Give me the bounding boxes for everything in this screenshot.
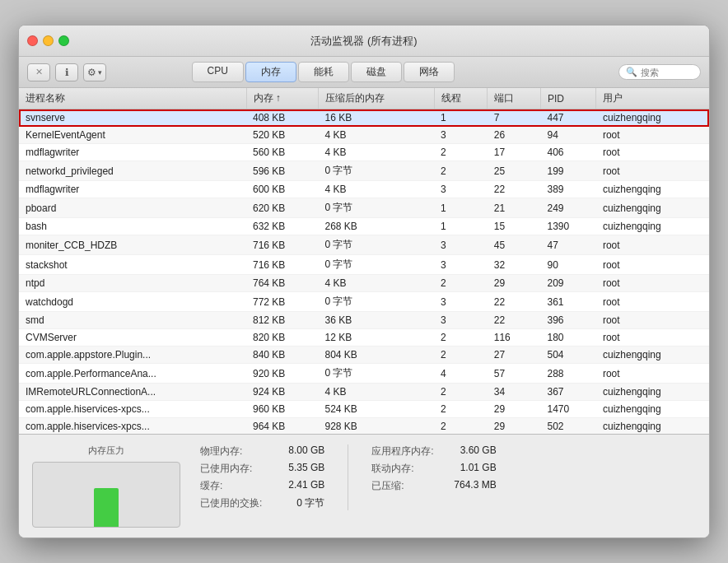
footer-stats: 物理内存: 8.00 GB 已使用内存: 5.35 GB 缓存: 2.41 GB… xyxy=(200,444,696,510)
stat-compressed-label: 已压缩: xyxy=(371,479,404,493)
memory-pressure-label: 内存压力 xyxy=(32,444,180,457)
search-icon: 🔍 xyxy=(626,67,637,77)
table-cell: 524 KB xyxy=(318,401,434,418)
stat-cache-label: 缓存: xyxy=(200,479,222,493)
table-cell: 29 xyxy=(488,418,541,435)
table-cell: stackshot xyxy=(19,255,246,275)
table-cell: 1390 xyxy=(541,218,596,235)
info-button[interactable]: ℹ xyxy=(55,63,78,81)
table-cell: 1470 xyxy=(541,401,596,418)
table-cell: 22 xyxy=(488,181,541,198)
table-cell: 22 xyxy=(488,292,541,312)
stat-used-value: 5.35 GB xyxy=(275,462,324,476)
table-cell: 2 xyxy=(434,401,488,418)
table-cell: 447 xyxy=(541,109,596,127)
table-cell: com.apple.appstore.Plugin... xyxy=(19,347,246,364)
table-row[interactable]: com.apple.PerformanceAna...920 KB0 字节457… xyxy=(19,364,709,384)
table-cell: 4 KB xyxy=(318,144,434,161)
table-cell: 2 xyxy=(434,144,488,161)
stat-compressed-value: 764.3 MB xyxy=(447,479,497,493)
table-cell: pboard xyxy=(19,198,246,218)
table-row[interactable]: stackshot716 KB0 字节33290root xyxy=(19,255,709,275)
col-header-pid[interactable]: PID xyxy=(541,88,596,109)
col-header-name[interactable]: 进程名称 xyxy=(19,88,246,109)
col-header-memory[interactable]: 内存 ↑ xyxy=(246,88,318,109)
stat-swap-label: 已使用的交换: xyxy=(200,496,262,510)
stat-cache: 缓存: 2.41 GB xyxy=(200,479,324,493)
tab-memory[interactable]: 内存 xyxy=(245,62,296,82)
table-cell: 560 KB xyxy=(246,144,318,161)
table-cell: 632 KB xyxy=(246,218,318,235)
tab-bar: CPU 内存 能耗 磁盘 网络 xyxy=(192,62,455,82)
table-cell: cuizhengqing xyxy=(596,198,709,218)
table-row[interactable]: bash632 KB268 KB1151390cuizhengqing xyxy=(19,218,709,235)
table-row[interactable]: moniter_CCB_HDZB716 KB0 字节34547root xyxy=(19,235,709,255)
table-cell: com.apple.hiservices-xpcs... xyxy=(19,401,246,418)
table-cell: 406 xyxy=(541,144,596,161)
table-cell: 2 xyxy=(434,275,488,292)
table-cell: 716 KB xyxy=(246,255,318,275)
table-cell: 94 xyxy=(541,127,596,144)
maximize-button[interactable] xyxy=(58,35,69,46)
memory-pressure-bar xyxy=(94,488,119,527)
stat-physical-label: 物理内存: xyxy=(200,444,242,458)
close-icon-btn[interactable]: ✕ xyxy=(27,63,50,81)
table-row[interactable]: mdflagwriter600 KB4 KB322389cuizhengqing xyxy=(19,181,709,198)
table-cell: 964 KB xyxy=(246,418,318,435)
tab-energy[interactable]: 能耗 xyxy=(298,62,349,82)
table-cell: 21 xyxy=(488,198,541,218)
traffic-lights xyxy=(27,35,69,46)
table-cell: 7 xyxy=(488,109,541,127)
tab-cpu[interactable]: CPU xyxy=(192,62,244,82)
table-row[interactable]: com.apple.appstore.Plugin...840 KB804 KB… xyxy=(19,347,709,364)
stat-physical-memory: 物理内存: 8.00 GB xyxy=(200,444,324,458)
table-cell: 1 xyxy=(434,218,488,235)
table-row[interactable]: mdflagwriter560 KB4 KB217406root xyxy=(19,144,709,161)
table-row[interactable]: KernelEventAgent520 KB4 KB32694root xyxy=(19,127,709,144)
table-cell: cuizhengqing xyxy=(596,347,709,364)
gear-button[interactable]: ⚙ ▾ xyxy=(83,63,106,81)
table-row[interactable]: smd812 KB36 KB322396root xyxy=(19,312,709,329)
table-cell: 812 KB xyxy=(246,312,318,329)
table-cell: 520 KB xyxy=(246,127,318,144)
close-button[interactable] xyxy=(27,35,38,46)
stat-wired-value: 1.01 GB xyxy=(447,462,497,476)
stat-compressed: 已压缩: 764.3 MB xyxy=(371,479,496,493)
table-cell: root xyxy=(596,255,709,275)
toolbar-left: ✕ ℹ ⚙ ▾ xyxy=(27,63,106,81)
stat-wired-label: 联动内存: xyxy=(371,462,413,476)
info-icon: ℹ xyxy=(65,67,69,78)
table-row[interactable]: networkd_privileged596 KB0 字节225199root xyxy=(19,161,709,181)
col-header-compressed[interactable]: 压缩后的内存 xyxy=(318,88,434,109)
window-title: 活动监视器 (所有进程) xyxy=(310,34,417,49)
table-cell: 960 KB xyxy=(246,401,318,418)
minimize-button[interactable] xyxy=(43,35,54,46)
table-row[interactable]: CVMServer820 KB12 KB2116180root xyxy=(19,329,709,347)
table-cell: 1 xyxy=(434,198,488,218)
table-row[interactable]: pboard620 KB0 字节121249cuizhengqing xyxy=(19,198,709,218)
table-row[interactable]: com.apple.hiservices-xpcs...964 KB928 KB… xyxy=(19,418,709,435)
table-cell: 408 KB xyxy=(246,109,318,127)
stat-wired: 联动内存: 1.01 GB xyxy=(371,462,496,476)
table-cell: 4 KB xyxy=(318,384,434,401)
table-row[interactable]: ntpd764 KB4 KB229209root xyxy=(19,275,709,292)
table-cell: root xyxy=(596,275,709,292)
table-row[interactable]: svnserve408 KB16 KB17447cuizhengqing xyxy=(19,109,709,127)
table-cell: 3 xyxy=(434,255,488,275)
tab-network[interactable]: 网络 xyxy=(404,62,455,82)
table-cell: IMRemoteURLConnectionA... xyxy=(19,384,246,401)
table-row[interactable]: watchdogd772 KB0 字节322361root xyxy=(19,292,709,312)
tab-disk[interactable]: 磁盘 xyxy=(351,62,402,82)
search-input[interactable] xyxy=(641,67,698,77)
col-header-user[interactable]: 用户 xyxy=(596,88,709,109)
stat-app-label: 应用程序内存: xyxy=(371,444,433,458)
table-cell: 16 KB xyxy=(318,109,434,127)
table-row[interactable]: IMRemoteURLConnectionA...924 KB4 KB23436… xyxy=(19,384,709,401)
table-cell: 361 xyxy=(541,292,596,312)
col-header-threads[interactable]: 线程 xyxy=(434,88,488,109)
table-row[interactable]: com.apple.hiservices-xpcs...960 KB524 KB… xyxy=(19,401,709,418)
table-cell: 396 xyxy=(541,312,596,329)
gear-icon: ⚙ xyxy=(87,67,96,78)
table-header-row: 进程名称 内存 ↑ 压缩后的内存 线程 端口 PID xyxy=(19,88,709,109)
col-header-ports[interactable]: 端口 xyxy=(488,88,541,109)
